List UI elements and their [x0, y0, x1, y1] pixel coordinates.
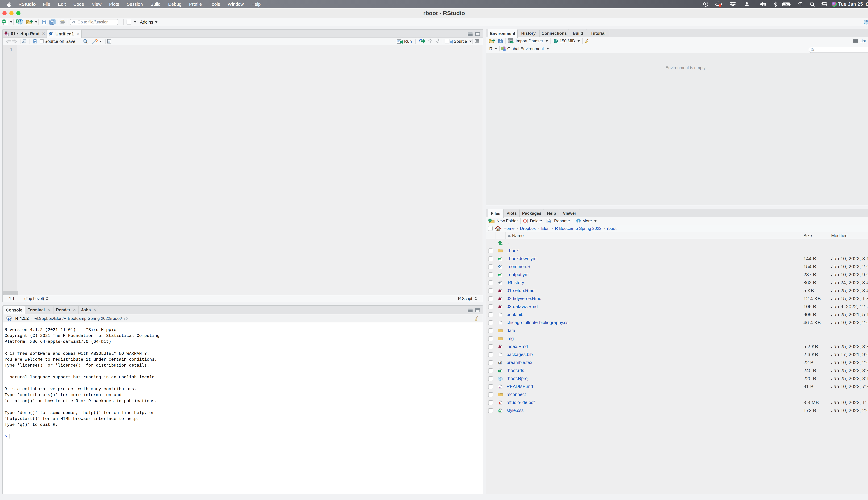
svg-text:Rmd: Rmd — [498, 346, 501, 348]
svg-text:Rmd: Rmd — [4, 33, 8, 35]
svg-text:Rmd: Rmd — [498, 306, 501, 308]
svg-text:YML: YML — [498, 274, 501, 276]
svg-text:Rmd: Rmd — [498, 298, 501, 300]
svg-text:R: R — [499, 265, 500, 268]
svg-text:Rmd: Rmd — [498, 290, 501, 292]
svg-text:R: R — [50, 32, 51, 35]
svg-text:MD: MD — [498, 386, 501, 388]
svg-text:YML: YML — [498, 259, 501, 260]
svg-text:R: R — [499, 370, 500, 372]
svg-text:CSS: CSS — [498, 410, 501, 411]
